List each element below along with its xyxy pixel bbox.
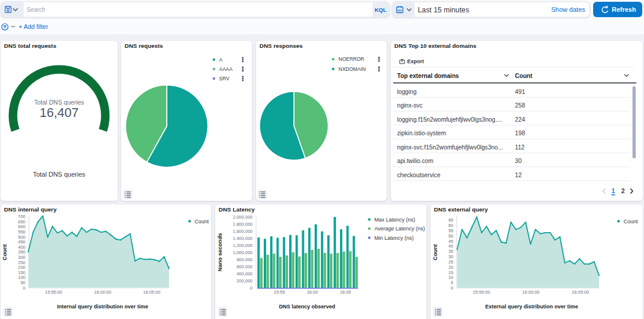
svg-text:45: 45 <box>448 239 453 244</box>
svg-text:DNS responses: DNS responses <box>260 43 303 49</box>
svg-text:15: 15 <box>448 270 453 275</box>
svg-text:200,000: 200,000 <box>237 278 253 284</box>
svg-text:224: 224 <box>515 116 525 123</box>
svg-text:100: 100 <box>18 275 25 280</box>
svg-text:15:55: 15:55 <box>274 289 285 295</box>
svg-text:SRV: SRV <box>219 76 230 82</box>
svg-text:2: 2 <box>622 187 625 194</box>
svg-text:nginx-svc: nginx-svc <box>397 102 423 109</box>
svg-text:Average Latency (ns): Average Latency (ns) <box>374 226 425 232</box>
svg-text:15:55:00: 15:55:00 <box>473 289 490 295</box>
svg-text:1,600,000: 1,600,000 <box>233 229 253 234</box>
svg-text:112: 112 <box>515 144 525 151</box>
svg-text:DNS external query: DNS external query <box>434 206 488 213</box>
svg-text:5: 5 <box>451 280 453 285</box>
svg-text:AAAA: AAAA <box>219 66 233 72</box>
svg-text:25: 25 <box>448 259 453 265</box>
svg-text:500: 500 <box>18 235 25 240</box>
svg-text:DNS latency observed: DNS latency observed <box>279 304 335 310</box>
svg-text:10: 10 <box>448 275 453 280</box>
svg-text:Refresh: Refresh <box>612 6 636 13</box>
svg-text:DNS total requests: DNS total requests <box>4 43 57 49</box>
svg-text:16:00: 16:00 <box>307 289 318 295</box>
svg-text:DNS internal query: DNS internal query <box>4 206 57 213</box>
svg-text:700: 700 <box>18 214 25 219</box>
svg-text:KQL: KQL <box>374 6 386 13</box>
svg-text:api.twilio.com: api.twilio.com <box>397 158 433 164</box>
svg-text:12: 12 <box>515 172 522 178</box>
svg-text:65: 65 <box>448 217 453 223</box>
svg-text:Show dates: Show dates <box>551 6 585 13</box>
svg-text:Last 15 minutes: Last 15 minutes <box>418 6 470 14</box>
svg-text:A: A <box>219 57 223 63</box>
svg-text:30: 30 <box>515 158 522 164</box>
svg-text:16:00:00: 16:00:00 <box>94 289 111 295</box>
svg-text:16:05:00: 16:05:00 <box>572 289 589 295</box>
svg-text:60: 60 <box>448 223 453 228</box>
svg-text:Total DNS queries: Total DNS queries <box>33 171 86 178</box>
svg-text:Count: Count <box>195 219 209 224</box>
svg-text:0: 0 <box>451 285 453 291</box>
svg-text:30: 30 <box>448 254 453 259</box>
svg-text:DNS Latency: DNS Latency <box>219 206 255 213</box>
svg-text:55: 55 <box>448 228 453 233</box>
svg-text:50: 50 <box>448 233 453 239</box>
svg-text:198: 198 <box>515 130 525 136</box>
svg-text:50: 50 <box>21 280 25 285</box>
svg-text:2,000,000: 2,000,000 <box>233 214 253 220</box>
svg-text:15:55:00: 15:55:00 <box>45 289 62 295</box>
svg-text:800,000: 800,000 <box>237 257 253 262</box>
svg-text:300: 300 <box>18 255 25 260</box>
svg-text:+ Add filter: + Add filter <box>19 23 48 30</box>
svg-text:checkoutservice: checkoutservice <box>397 172 441 178</box>
svg-text:nginx-svc.f15n2womfujehfjlwv0l: nginx-svc.f15n2womfujehfjlwv0lgs3no... <box>397 144 503 151</box>
svg-text:1,200,000: 1,200,000 <box>233 243 253 248</box>
svg-text:Count: Count <box>515 73 533 79</box>
svg-text:16:05: 16:05 <box>340 289 351 295</box>
svg-text:491: 491 <box>515 89 525 95</box>
svg-text:logging.f15n2womfujehfjlwv0lgs: logging.f15n2womfujehfjlwv0lgs3nog.... <box>397 116 502 123</box>
svg-text:DNS Top 10 external domains: DNS Top 10 external domains <box>394 43 477 49</box>
svg-text:NXDOMAIN: NXDOMAIN <box>339 66 366 72</box>
svg-text:logging: logging <box>397 89 417 95</box>
svg-text:Count: Count <box>624 219 639 224</box>
svg-text:16:00:00: 16:00:00 <box>522 289 539 295</box>
svg-text:0: 0 <box>250 285 253 291</box>
svg-text:400,000: 400,000 <box>237 271 253 276</box>
svg-text:NOERROR: NOERROR <box>339 56 364 62</box>
svg-text:Max Latency (ns): Max Latency (ns) <box>374 217 415 223</box>
svg-text:20: 20 <box>448 265 453 270</box>
svg-text:Export: Export <box>407 58 425 64</box>
svg-text:Nano seconds: Nano seconds <box>216 233 223 272</box>
svg-text:450: 450 <box>18 239 25 245</box>
svg-text:350: 350 <box>18 249 25 255</box>
svg-text:Count: Count <box>432 243 438 260</box>
svg-text:Total DNS queries: Total DNS queries <box>34 99 85 106</box>
svg-text:35: 35 <box>448 249 453 254</box>
svg-text:1,400,000: 1,400,000 <box>233 236 253 241</box>
svg-text:zipkin.istio-system: zipkin.istio-system <box>397 130 446 136</box>
svg-text:650: 650 <box>18 219 25 224</box>
svg-text:600,000: 600,000 <box>237 264 253 269</box>
svg-text:External query distribution ov: External query distribution over time <box>485 304 578 310</box>
svg-text:16:05:00: 16:05:00 <box>143 289 160 295</box>
svg-text:258: 258 <box>515 102 525 109</box>
svg-text:400: 400 <box>18 245 25 250</box>
svg-text:Search: Search <box>27 6 46 13</box>
svg-text:550: 550 <box>18 229 25 235</box>
svg-text:0: 0 <box>23 285 25 291</box>
svg-text:40: 40 <box>448 243 453 249</box>
svg-text:250: 250 <box>18 260 25 265</box>
svg-text:1,800,000: 1,800,000 <box>233 222 253 227</box>
svg-text:16,407: 16,407 <box>40 106 79 120</box>
svg-text:1: 1 <box>611 187 615 194</box>
svg-text:Count: Count <box>1 243 8 260</box>
svg-text:600: 600 <box>18 224 25 229</box>
svg-text:DNS requests: DNS requests <box>125 43 163 49</box>
svg-text:Top external domains: Top external domains <box>397 73 459 79</box>
svg-text:1,000,000: 1,000,000 <box>233 250 253 255</box>
svg-text:150: 150 <box>18 270 25 275</box>
svg-text:Internal query distribution ov: Internal query distribution over time <box>57 304 148 310</box>
svg-text:200: 200 <box>18 265 25 270</box>
svg-text:Min Latency (ns): Min Latency (ns) <box>374 235 414 241</box>
